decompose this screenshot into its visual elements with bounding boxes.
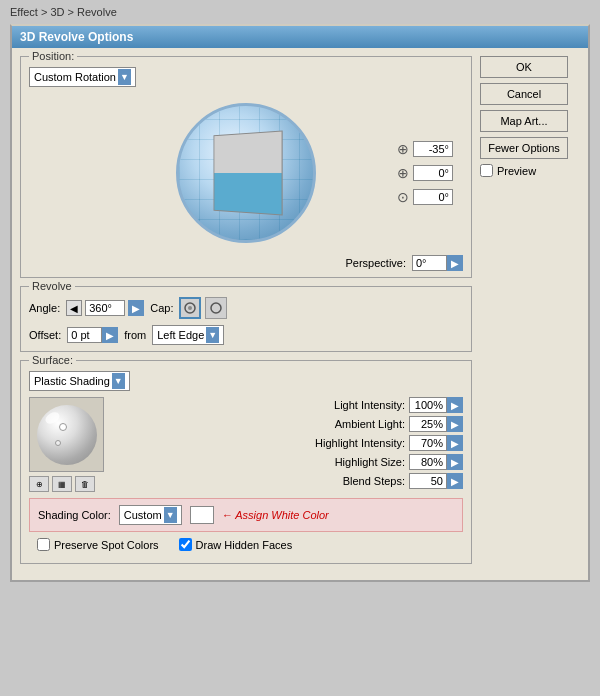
angle-control: ◀ ▶ — [66, 300, 144, 316]
light-intensity-row: Light Intensity: ▶ — [126, 397, 463, 413]
ok-button[interactable]: OK — [480, 56, 568, 78]
highlight-size-btn[interactable]: ▶ — [447, 454, 463, 470]
left-panel: Position: Custom Rotation ▼ — [20, 56, 472, 572]
breadcrumb-bar: Effect > 3D > Revolve — [0, 0, 600, 24]
light-intensity-label: Light Intensity: — [334, 399, 405, 411]
cap-off-icon[interactable] — [205, 297, 227, 319]
preview-checkbox[interactable] — [480, 164, 493, 177]
highlight-intensity-row: Highlight Intensity: ▶ — [126, 435, 463, 451]
cap-icons — [179, 297, 227, 319]
light-intensity-btn[interactable]: ▶ — [447, 397, 463, 413]
ambient-light-label: Ambient Light: — [335, 418, 405, 430]
perspective-arrow-btn[interactable]: ▶ — [447, 255, 463, 271]
surface-dropdown-row: Plastic Shading ▼ — [29, 371, 463, 391]
surface-icon-btn-2[interactable]: ▦ — [52, 476, 72, 492]
perspective-input[interactable] — [412, 255, 447, 271]
light-intensity-input[interactable] — [409, 397, 447, 413]
revolve-angle-row: Angle: ◀ ▶ Cap: — [29, 297, 463, 319]
map-art-button[interactable]: Map Art... — [480, 110, 568, 132]
highlight-size-label: Highlight Size: — [335, 456, 405, 468]
surface-dropdown-arrow[interactable]: ▼ — [112, 373, 125, 389]
blend-steps-btn[interactable]: ▶ — [447, 473, 463, 489]
surface-icon-btn-3[interactable]: 🗑 — [75, 476, 95, 492]
sphere-highlight — [43, 409, 61, 425]
rot-x-input[interactable] — [413, 141, 453, 157]
ambient-light-value-wrap: ▶ — [409, 416, 463, 432]
blend-steps-value-wrap: ▶ — [409, 473, 463, 489]
offset-label: Offset: — [29, 329, 61, 341]
surface-section-label: Surface: — [29, 354, 76, 366]
perspective-row: Perspective: ▶ — [29, 255, 463, 271]
preserve-spot-colors-checkbox[interactable] — [37, 538, 50, 551]
rot-y-input[interactable] — [413, 165, 453, 181]
rot-z-input[interactable] — [413, 189, 453, 205]
surface-icons-row: ⊕ ▦ 🗑 — [29, 476, 114, 492]
shape-in-sphere — [214, 130, 283, 215]
blend-steps-label: Blend Steps: — [343, 475, 405, 487]
cap-label: Cap: — [150, 302, 173, 314]
fewer-options-button[interactable]: Fewer Options — [480, 137, 568, 159]
ambient-light-input[interactable] — [409, 416, 447, 432]
draw-hidden-faces-checkbox[interactable] — [179, 538, 192, 551]
surface-dropdown[interactable]: Plastic Shading ▼ — [29, 371, 130, 391]
highlight-size-row: Highlight Size: ▶ — [126, 454, 463, 470]
rot-z-icon: ⊙ — [397, 189, 409, 205]
shading-color-dropdown-arrow[interactable]: ▼ — [164, 507, 177, 523]
offset-arrow-btn[interactable]: ▶ — [102, 327, 118, 343]
ambient-light-btn[interactable]: ▶ — [447, 416, 463, 432]
highlight-intensity-btn[interactable]: ▶ — [447, 435, 463, 451]
shading-color-dropdown[interactable]: Custom ▼ — [119, 505, 182, 525]
light-dot-2 — [55, 440, 61, 446]
rot-z-row: ⊙ — [397, 189, 453, 205]
from-dropdown[interactable]: Left Edge ▼ — [152, 325, 224, 345]
surface-icon-btn-1[interactable]: ⊕ — [29, 476, 49, 492]
lighting-rows: Light Intensity: ▶ Ambient Light: ▶ — [126, 397, 463, 492]
sphere-preview-ball — [37, 405, 97, 465]
perspective-label: Perspective: — [345, 257, 406, 269]
rot-y-row: ⊕ — [397, 165, 453, 181]
offset-input-wrap: ▶ — [67, 327, 118, 343]
position-dropdown[interactable]: Custom Rotation ▼ — [29, 67, 136, 87]
highlight-size-input[interactable] — [409, 454, 447, 470]
surface-top: ⊕ ▦ 🗑 Light Intensity: ▶ — [29, 397, 463, 492]
revolve-section: Revolve Angle: ◀ ▶ Cap: — [20, 286, 472, 352]
perspective-input-wrap: ▶ — [412, 255, 463, 271]
shading-color-label: Shading Color: — [38, 509, 111, 521]
position-dropdown-arrow[interactable]: ▼ — [118, 69, 131, 85]
dialog-title: 3D Revolve Options — [12, 26, 588, 48]
cancel-button[interactable]: Cancel — [480, 83, 568, 105]
sphere-container: ⊕ ⊕ ⊙ — [29, 95, 463, 251]
offset-input[interactable] — [67, 327, 102, 343]
blend-steps-input[interactable] — [409, 473, 447, 489]
shading-color-row: Shading Color: Custom ▼ ← Assign White C… — [29, 498, 463, 532]
preserve-spot-colors-label: Preserve Spot Colors — [54, 539, 159, 551]
highlight-size-value-wrap: ▶ — [409, 454, 463, 470]
from-label: from — [124, 329, 146, 341]
svg-point-2 — [211, 303, 221, 313]
blend-steps-row: Blend Steps: ▶ — [126, 473, 463, 489]
annotation-text: ← Assign White Color — [222, 509, 329, 521]
angle-decrease-btn[interactable]: ◀ — [66, 300, 82, 316]
offset-row: Offset: ▶ from Left Edge ▼ — [29, 325, 463, 345]
preview-label: Preview — [497, 165, 536, 177]
right-panel: OK Cancel Map Art... Fewer Options Previ… — [480, 56, 580, 572]
dialog: 3D Revolve Options Position: Custom Rota… — [10, 24, 590, 582]
highlight-intensity-value-wrap: ▶ — [409, 435, 463, 451]
color-swatch[interactable] — [190, 506, 214, 524]
rotation-controls: ⊕ ⊕ ⊙ — [397, 141, 453, 205]
rot-y-icon: ⊕ — [397, 165, 409, 181]
surface-preview — [29, 397, 104, 472]
draw-hidden-faces-row: Draw Hidden Faces — [179, 538, 293, 551]
revolve-section-label: Revolve — [29, 280, 75, 292]
cap-on-icon[interactable] — [179, 297, 201, 319]
from-dropdown-arrow[interactable]: ▼ — [206, 327, 219, 343]
angle-increase-btn[interactable]: ▶ — [128, 300, 144, 316]
highlight-intensity-input[interactable] — [409, 435, 447, 451]
light-intensity-value-wrap: ▶ — [409, 397, 463, 413]
angle-input[interactable] — [85, 300, 125, 316]
bottom-checkboxes-row: Preserve Spot Colors Draw Hidden Faces — [29, 532, 463, 557]
position-section: Position: Custom Rotation ▼ — [20, 56, 472, 278]
sphere-outer — [176, 103, 316, 243]
light-dot[interactable] — [59, 423, 67, 431]
surface-section: Surface: Plastic Shading ▼ — [20, 360, 472, 564]
